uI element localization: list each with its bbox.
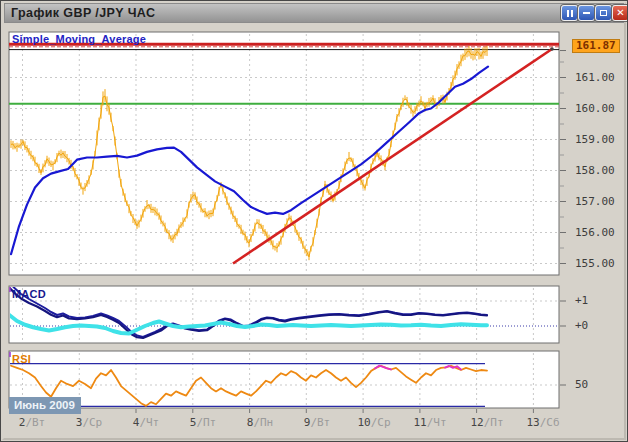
day-label: 12/Пт — [470, 416, 503, 429]
day-label: 4/Чт — [133, 416, 160, 429]
sma-indicator-label: Simple_Moving_Average — [12, 33, 146, 45]
day-label: 9/Вт — [304, 416, 331, 429]
price-tick: 161.00 — [575, 71, 615, 84]
chart-canvas[interactable]: Simple_Moving_Average MACD RSI 161.87 16… — [1, 1, 628, 442]
price-tick: 160.00 — [575, 102, 615, 115]
current-price-badge: 161.87 — [572, 39, 620, 53]
day-label: 11/Чт — [413, 416, 446, 429]
chart-plot — [1, 1, 628, 442]
rsi-axis-tick: 50 — [575, 378, 588, 391]
day-label: 5/Пт — [190, 416, 217, 429]
day-label: 2/Вт — [19, 416, 46, 429]
macd-indicator-label: MACD — [12, 288, 46, 300]
macd-axis-tick: +0 — [575, 319, 588, 332]
price-tick: 156.00 — [575, 226, 615, 239]
price-tick: 155.00 — [575, 257, 615, 270]
chart-window: График GBP /JPY ЧАС ✕ Simple_Moving_Aver… — [0, 0, 628, 442]
day-label: 10/Ср — [357, 416, 390, 429]
day-label: 13/Сб — [526, 416, 559, 429]
rsi-indicator-label: RSI — [12, 353, 31, 365]
price-tick: 158.00 — [575, 164, 615, 177]
price-tick: 157.00 — [575, 195, 615, 208]
day-label: 8/Пн — [247, 416, 274, 429]
month-badge: Июнь 2009 — [9, 397, 81, 414]
price-tick: 159.00 — [575, 133, 615, 146]
macd-axis-tick: +1 — [575, 294, 588, 307]
day-label: 3/Ср — [76, 416, 103, 429]
